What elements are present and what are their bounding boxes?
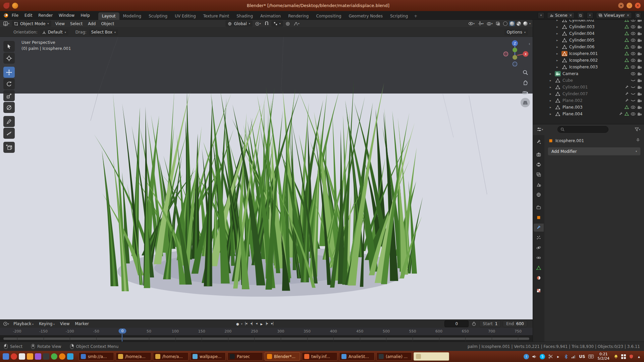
- taskbar-window-parsec[interactable]: Parsec: [227, 352, 263, 361]
- tray-app-icon[interactable]: [59, 353, 65, 360]
- tab-view-layer[interactable]: [534, 171, 544, 179]
- keying-dropdown[interactable]: ▾: [241, 322, 243, 325]
- workspace-tab-layout[interactable]: Layout: [98, 12, 119, 20]
- viewport-menu-object[interactable]: Object: [98, 21, 117, 27]
- remove-viewlayer-icon[interactable]: ×: [627, 13, 630, 17]
- gizmos-dropdown[interactable]: ▾: [477, 20, 485, 27]
- shading-rendered-button[interactable]: [523, 21, 528, 26]
- disable-in-render-toggle[interactable]: [637, 65, 642, 69]
- taskbar-window-smb-a[interactable]: smb://a...: [78, 352, 114, 361]
- select-box-tool[interactable]: [3, 41, 15, 52]
- clock[interactable]: 0:21 5/2/24: [598, 352, 609, 361]
- drag-dropdown[interactable]: Select Box ▾: [89, 29, 118, 36]
- play-button[interactable]: ▸: [259, 321, 264, 327]
- timeline-ruler[interactable]: 0 -200-150-100-5005010015020025030035040…: [0, 328, 533, 335]
- disable-in-render-toggle[interactable]: [637, 45, 642, 49]
- object-name[interactable]: Icosphere.001: [569, 51, 623, 56]
- workspace-tab-modeling[interactable]: Modeling: [119, 12, 145, 20]
- hide-in-viewport-toggle[interactable]: [631, 92, 636, 96]
- hide-in-viewport-toggle[interactable]: [631, 25, 636, 29]
- previous-keyframe-button[interactable]: ◂|: [249, 321, 254, 327]
- tab-collection[interactable]: [534, 203, 544, 212]
- current-frame-indicator[interactable]: 0: [119, 328, 126, 334]
- shading-wireframe-button[interactable]: [502, 21, 508, 26]
- workspace-tab-geometry-nodes[interactable]: Geometry Nodes: [345, 12, 386, 20]
- viewport-menu-view[interactable]: View: [53, 21, 67, 27]
- disclosure-triangle-icon[interactable]: ▸: [550, 92, 553, 96]
- auto-keying-toggle[interactable]: ●: [235, 321, 240, 326]
- timeline-menu-playback[interactable]: Playback: [11, 321, 36, 327]
- skype-icon[interactable]: S: [540, 354, 545, 359]
- outliner-row[interactable]: ▸ Cylinder.002: [533, 20, 644, 23]
- tray-app-icon[interactable]: [3, 353, 9, 360]
- tab-scene[interactable]: [534, 181, 544, 189]
- measure-tool[interactable]: [3, 128, 15, 139]
- sidebar-toggle-arrow[interactable]: ‹: [529, 42, 530, 46]
- tray-app-icon[interactable]: [35, 353, 41, 360]
- taskbar-window-blender[interactable]: Blender*...: [265, 352, 300, 361]
- properties-search-input[interactable]: [557, 126, 608, 133]
- tab-material[interactable]: [534, 274, 544, 282]
- shading-solid-button[interactable]: [509, 21, 515, 26]
- jump-to-end-button[interactable]: ▸|: [270, 321, 274, 327]
- object-name[interactable]: Camera: [562, 71, 629, 76]
- options-dropdown[interactable]: Options ▾: [504, 29, 528, 36]
- tab-physics[interactable]: [534, 244, 544, 252]
- viewport-menu-add[interactable]: Add: [85, 21, 98, 27]
- tab-constraints[interactable]: [534, 254, 544, 262]
- security-shield-icon[interactable]: [629, 354, 634, 359]
- hide-in-viewport-toggle[interactable]: [631, 65, 636, 69]
- disable-in-render-toggle[interactable]: [637, 20, 642, 22]
- taskbar-window-analiest[interactable]: AnalieSt...: [339, 352, 375, 361]
- keyboard-icon[interactable]: [588, 355, 594, 358]
- disable-in-render-toggle[interactable]: [637, 99, 642, 103]
- start-frame-field[interactable]: Start 1: [479, 320, 501, 327]
- menu-help[interactable]: Help: [77, 12, 93, 19]
- taskbar-window-wallpape[interactable]: wallpape...: [190, 352, 226, 361]
- disclosure-triangle-icon[interactable]: ▸: [556, 39, 560, 42]
- disclosure-triangle-icon[interactable]: ▸: [550, 79, 553, 82]
- taskbar-window-home-a[interactable]: /home/a...: [153, 352, 189, 361]
- hide-in-viewport-toggle[interactable]: [631, 112, 636, 116]
- object-name[interactable]: Cylinder.005: [569, 38, 623, 43]
- object-name[interactable]: Cylinder.006: [569, 45, 623, 49]
- play-reverse-button[interactable]: ◂: [255, 321, 259, 327]
- menu-edit[interactable]: Edit: [21, 12, 35, 19]
- jump-to-start-button[interactable]: |◂: [244, 321, 248, 327]
- object-name[interactable]: Cylinder.001: [562, 85, 623, 89]
- outliner-row[interactable]: ▸ Icosphere.003: [533, 64, 644, 70]
- gizmo-minus-y-axis[interactable]: [513, 55, 517, 60]
- notifications-bell-icon[interactable]: [613, 354, 618, 359]
- scale-tool[interactable]: [3, 90, 15, 101]
- transform-orientation-dropdown[interactable]: Global ▾: [225, 20, 252, 27]
- outliner-row[interactable]: ▸ Icosphere.001: [533, 50, 644, 57]
- media-play-icon[interactable]: ▸: [556, 354, 560, 359]
- tray-app-icon[interactable]: [43, 353, 49, 360]
- tab-particles[interactable]: [534, 234, 544, 242]
- object-name[interactable]: Plane.004: [562, 112, 617, 116]
- snap-target-dropdown[interactable]: ▾: [271, 20, 283, 27]
- properties-editor-selector[interactable]: ▾: [536, 126, 544, 133]
- disable-in-render-toggle[interactable]: [637, 106, 642, 109]
- disable-in-render-toggle[interactable]: [637, 32, 642, 36]
- timeline-menu-keying[interactable]: Keying: [36, 321, 57, 327]
- disclosure-triangle-icon[interactable]: ▸: [556, 65, 560, 69]
- workspace-tab-texture-paint[interactable]: Texture Paint: [200, 12, 233, 20]
- taskbar-window-amalie[interactable]: (amalie) ...: [376, 352, 412, 361]
- object-name[interactable]: Plane.003: [562, 105, 623, 110]
- hide-in-viewport-toggle[interactable]: [631, 32, 636, 36]
- outliner-row[interactable]: ▸ Cylinder.004: [533, 30, 644, 37]
- workspace-tab-uv-editing[interactable]: UV Editing: [171, 12, 200, 20]
- tab-tool[interactable]: [534, 138, 544, 146]
- blender-logo-icon[interactable]: [3, 12, 9, 18]
- mode-dropdown[interactable]: Object Mode ▾: [12, 20, 51, 27]
- screenshot-scissors-icon[interactable]: [548, 354, 553, 359]
- end-frame-field[interactable]: End 600: [503, 320, 527, 327]
- timeline-editor-selector[interactable]: ▾: [2, 321, 10, 327]
- snap-toggle[interactable]: [263, 20, 270, 27]
- hide-in-viewport-toggle[interactable]: [631, 105, 636, 109]
- tab-modifiers[interactable]: [534, 224, 544, 232]
- tab-object-data[interactable]: [534, 264, 544, 272]
- disclosure-triangle-icon[interactable]: ▸: [550, 99, 553, 102]
- tray-expand-icon[interactable]: ▴: [637, 354, 641, 359]
